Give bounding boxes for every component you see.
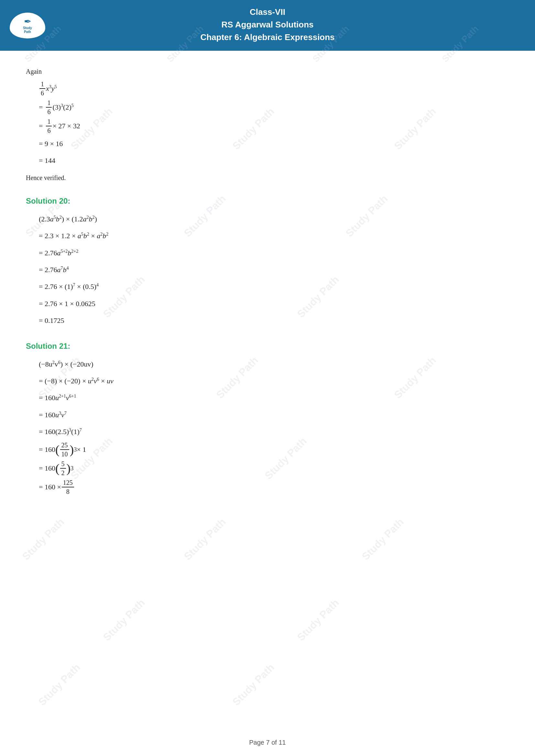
- sol21-row4: = 160u3v7: [39, 407, 509, 423]
- sol19-expr1: 1 6 x3y5 = 1 6 (3)3(2)5 = 1 6 × 27 × 32 …: [39, 80, 509, 169]
- sol20-row2: = 2.3 × 1.2 × a5b2 × a2b2: [39, 228, 509, 244]
- fraction-25-10: 25 10: [60, 441, 69, 458]
- sol21-row1: (−8u2v6) × (−20uv): [39, 357, 509, 372]
- sol20-row6: = 2.76 × 1 × 0.0625: [39, 296, 509, 311]
- chapter-label: Chapter 6: Algebraic Expressions: [200, 31, 334, 44]
- page-footer: Page 7 of 11: [0, 739, 535, 746]
- class-label: Class-VII: [200, 6, 334, 18]
- again-label: Again: [26, 66, 509, 77]
- sol20-row3: = 2.76a5+2b2+2: [39, 245, 509, 261]
- sol20-row1: (2.3a5b2) × (1.2a2b2): [39, 211, 509, 227]
- fraction-125-8: 125 8: [62, 478, 74, 496]
- watermark: Study Path: [230, 661, 276, 708]
- watermark: Study Path: [295, 597, 341, 643]
- logo: ✒ StudyPath: [10, 13, 45, 39]
- header-titles: Class-VII RS Aggarwal Solutions Chapter …: [200, 6, 334, 44]
- sol21-row8: = 160 × 125 8: [39, 478, 509, 496]
- sol21-row5: = 160(2.5)3(1)7: [39, 424, 509, 440]
- sol19-row4: = 9 × 16: [39, 136, 509, 151]
- hence-verified: Hence verified.: [26, 172, 509, 184]
- fraction-5-2: 5 2: [60, 460, 66, 477]
- main-content: Again 1 6 x3y5 = 1 6 (3)3(2)5 = 1 6 × 27…: [0, 51, 535, 524]
- sol19-row2: = 1 6 (3)3(2)5: [39, 98, 509, 116]
- book-label: RS Aggarwal Solutions: [200, 18, 334, 31]
- logo-text: StudyPath: [23, 26, 32, 34]
- fraction-1-6: 1 6: [40, 80, 45, 97]
- sol20-row5: = 2.76 × (1)7 × (0.5)4: [39, 279, 509, 294]
- sol21-row2: = (−8) × (−20) × u2v6 × uv: [39, 373, 509, 389]
- sol21-row6: = 160 ( 25 10 ) 3 × 1: [39, 441, 509, 458]
- sol20-header: Solution 20:: [26, 197, 509, 205]
- sol19-row5: = 144: [39, 153, 509, 168]
- sol21-block: (−8u2v6) × (−20uv) = (−8) × (−20) × u2v6…: [39, 357, 509, 496]
- sol19-row3: = 1 6 × 27 × 32: [39, 117, 509, 135]
- fraction-1-6-b: 1 6: [46, 98, 52, 116]
- sol19-expr-rest: x3y5: [46, 81, 57, 96]
- logo-pen-icon: ✒: [24, 17, 31, 26]
- page-number: Page 7 of 11: [249, 739, 286, 746]
- sol19-row1: 1 6 x3y5: [39, 80, 509, 97]
- page-header: ✒ StudyPath Class-VII RS Aggarwal Soluti…: [0, 0, 535, 51]
- sol20-row7: = 0.1725: [39, 313, 509, 328]
- watermark: Study Path: [36, 661, 82, 708]
- watermark: Study Path: [100, 597, 147, 643]
- sol21-row7: = 160 ( 5 2 ) 3: [39, 460, 509, 477]
- sol21-row3: = 160u2+1v6+1: [39, 390, 509, 406]
- sol20-block: (2.3a5b2) × (1.2a2b2) = 2.3 × 1.2 × a5b2…: [39, 211, 509, 329]
- fraction-1-6-c: 1 6: [46, 117, 52, 135]
- sol21-header: Solution 21:: [26, 342, 509, 351]
- sol20-row4: = 2.76a7b4: [39, 262, 509, 278]
